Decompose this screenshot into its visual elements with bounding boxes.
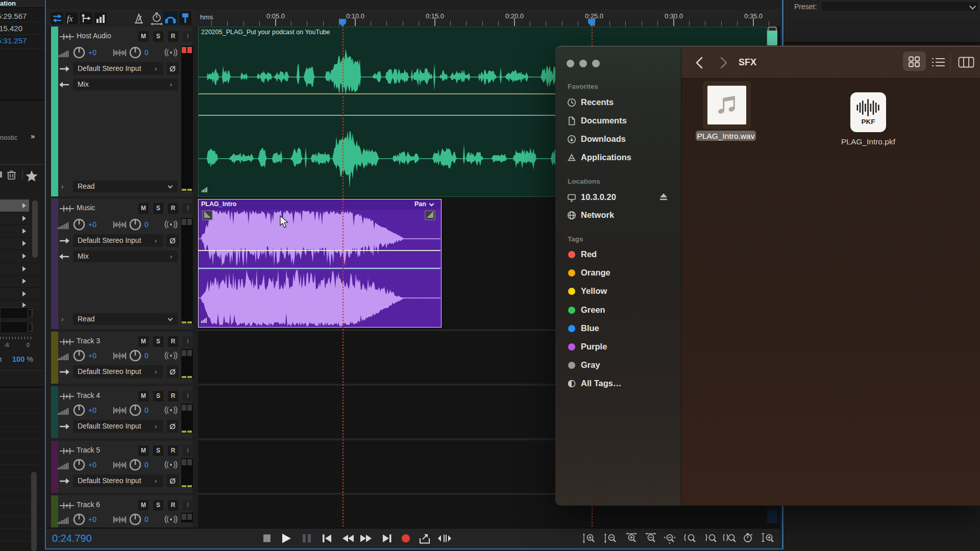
svg-text:fx: fx [67, 14, 73, 23]
svg-text:PKF: PKF [862, 118, 875, 126]
